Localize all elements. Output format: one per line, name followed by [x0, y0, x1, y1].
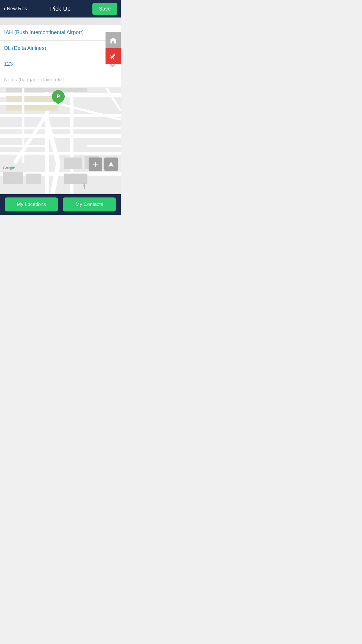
save-button[interactable]: Save	[92, 3, 117, 15]
back-button[interactable]: ‹ New Res	[3, 5, 27, 13]
my-contacts-button[interactable]: My Contacts	[63, 197, 116, 211]
airline-input[interactable]	[4, 45, 117, 51]
svg-rect-7	[0, 152, 121, 155]
flight-row	[0, 56, 121, 72]
notes-input[interactable]	[4, 77, 117, 83]
inputs-container	[0, 25, 121, 88]
svg-marker-52	[110, 37, 117, 43]
svg-rect-37	[3, 172, 23, 184]
svg-rect-33	[64, 158, 82, 169]
flight-button[interactable]	[106, 48, 121, 64]
home-button[interactable]	[106, 32, 121, 48]
header: ‹ New Res Pick-Up Save	[0, 0, 121, 18]
airport-row	[0, 25, 121, 41]
navigate-button[interactable]	[104, 158, 118, 171]
airport-input[interactable]	[4, 29, 117, 36]
page-title: Pick-Up	[50, 6, 71, 12]
map-controls	[89, 158, 118, 171]
svg-rect-36	[64, 174, 87, 184]
notes-row	[0, 72, 121, 88]
add-location-button[interactable]	[89, 158, 102, 171]
back-label: New Res	[7, 6, 27, 12]
svg-marker-48	[108, 162, 114, 167]
flight-input[interactable]	[4, 61, 108, 67]
svg-text:P: P	[57, 94, 60, 99]
google-brand: Google	[3, 166, 15, 170]
svg-rect-47	[93, 164, 98, 164]
svg-rect-38	[26, 174, 41, 184]
back-arrow-icon: ‹	[3, 5, 6, 13]
map-road-hint	[0, 18, 121, 25]
bottom-bar: My Locations My Contacts	[0, 194, 121, 215]
side-buttons	[106, 32, 121, 64]
my-locations-button[interactable]: My Locations	[5, 197, 58, 211]
svg-rect-6	[0, 134, 121, 138]
airline-row	[0, 41, 121, 56]
form-area	[0, 18, 121, 88]
